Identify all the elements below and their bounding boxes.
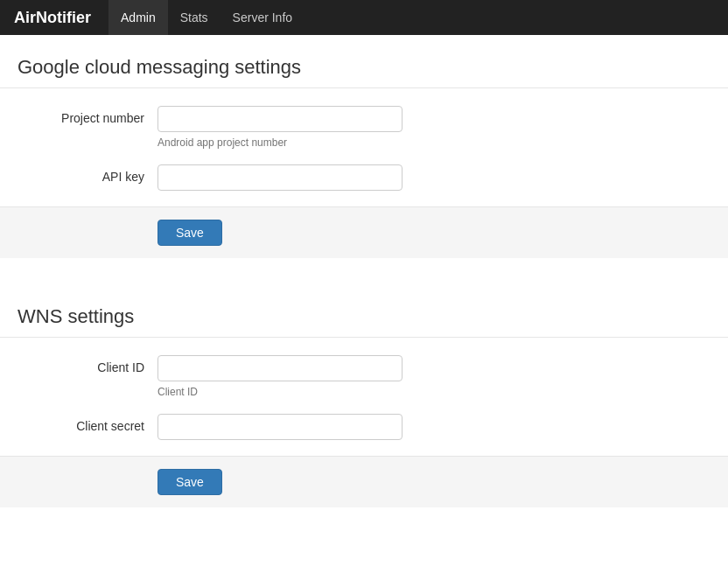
client-secret-group: Client secret: [18, 414, 710, 440]
wns-form-actions: Save: [0, 456, 728, 507]
wns-form: Client ID Client ID Client secret: [0, 338, 728, 440]
navbar-brand: AirNotifier: [14, 9, 91, 27]
api-key-group: API key: [18, 164, 710, 191]
client-secret-input[interactable]: [158, 414, 402, 440]
navbar: AirNotifier Admin Stats Server Info: [0, 0, 728, 35]
project-number-label: Project number: [18, 106, 158, 125]
gcm-save-button[interactable]: Save: [158, 220, 222, 246]
project-number-group: Project number Android app project numbe…: [18, 106, 710, 149]
client-id-wrapper: Client ID: [158, 355, 710, 398]
wns-settings-section: WNS settings Client ID Client ID Client …: [0, 284, 728, 507]
client-id-help: Client ID: [158, 386, 710, 398]
client-secret-wrapper: [158, 414, 710, 440]
api-key-label: API key: [18, 164, 158, 184]
client-secret-label: Client secret: [18, 414, 158, 433]
nav-link-stats[interactable]: Stats: [168, 0, 220, 35]
nav-link-server-info[interactable]: Server Info: [220, 0, 304, 35]
client-id-label: Client ID: [18, 355, 158, 374]
api-key-wrapper: [158, 164, 710, 191]
gcm-section-title: Google cloud messaging settings: [0, 35, 728, 88]
gcm-settings-section: Google cloud messaging settings Project …: [0, 35, 728, 258]
wns-section-title: WNS settings: [0, 284, 728, 338]
api-key-input[interactable]: [158, 164, 402, 191]
nav-link-admin[interactable]: Admin: [108, 0, 168, 35]
wns-save-button[interactable]: Save: [158, 469, 222, 495]
client-id-input[interactable]: [158, 355, 402, 381]
project-number-wrapper: Android app project number: [158, 106, 710, 149]
project-number-help: Android app project number: [158, 136, 710, 149]
gcm-form-actions: Save: [0, 206, 728, 258]
main-content: Google cloud messaging settings Project …: [0, 35, 728, 507]
nav-links: Admin Stats Server Info: [108, 0, 304, 35]
client-id-group: Client ID Client ID: [18, 355, 710, 398]
project-number-input[interactable]: [158, 106, 402, 132]
gcm-form: Project number Android app project numbe…: [0, 88, 728, 191]
